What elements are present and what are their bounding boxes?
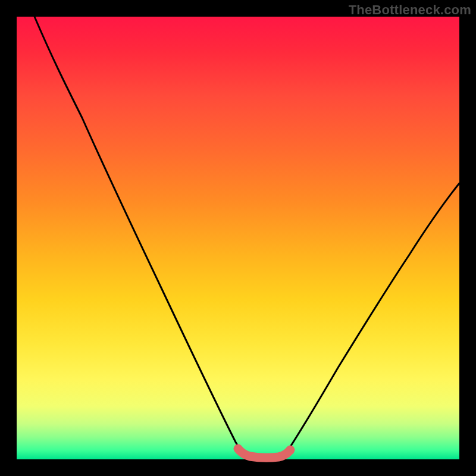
bottleneck-curve-left	[35, 17, 243, 454]
bottleneck-curve-right	[286, 183, 459, 454]
chart-frame: TheBottleneck.com	[0, 0, 476, 476]
optimal-zone-marker	[238, 449, 290, 458]
chart-svg	[17, 17, 459, 459]
watermark-text: TheBottleneck.com	[349, 2, 471, 18]
